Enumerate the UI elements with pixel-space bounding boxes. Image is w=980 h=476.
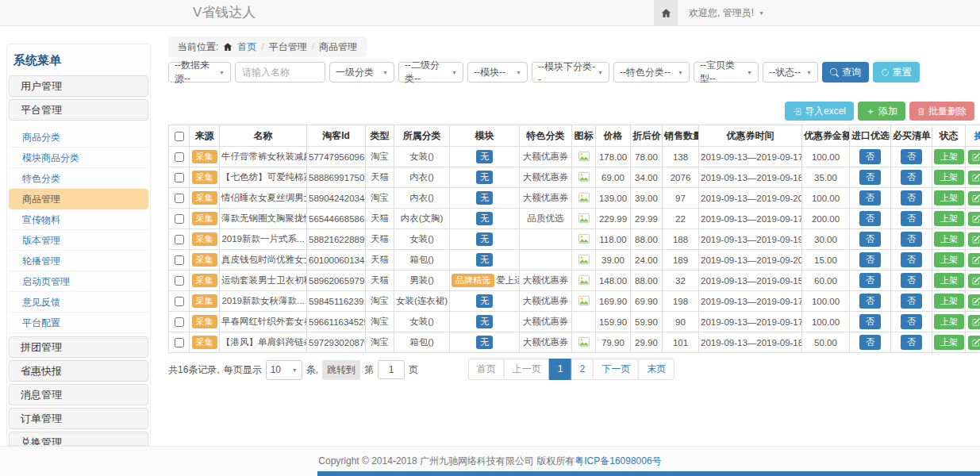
page-size-select[interactable]: 10 ▼: [266, 360, 302, 380]
row-checkbox[interactable]: [175, 173, 184, 182]
type-cell: 淘宝: [366, 291, 394, 312]
sidebar-subitem[interactable]: 宣传物料: [9, 209, 148, 230]
sidebar-item[interactable]: 省惠快报: [9, 360, 148, 382]
select-all-checkbox[interactable]: [175, 132, 184, 141]
status-toggle[interactable]: 上架: [934, 170, 964, 185]
must-buy-toggle[interactable]: 否: [901, 294, 922, 309]
search-button[interactable]: 查询: [822, 62, 869, 83]
batch-delete-button[interactable]: 批量删除: [909, 102, 974, 121]
row-checkbox[interactable]: [175, 214, 184, 224]
sales-cell: 188: [663, 229, 699, 250]
sidebar-subitem[interactable]: 版本管理: [9, 230, 148, 251]
add-button[interactable]: ＋ 添加: [858, 102, 905, 121]
user-menu[interactable]: 欢迎您, 管理员! ▼: [678, 0, 775, 25]
name-search-input[interactable]: [235, 62, 325, 83]
edit-button[interactable]: [968, 171, 980, 185]
filter-select-source[interactable]: --数据来源-- ▼: [168, 62, 231, 83]
sidebar-item[interactable]: 拼团管理: [9, 336, 148, 358]
edit-button[interactable]: [968, 274, 980, 288]
import-optional-toggle[interactable]: 否: [859, 273, 881, 288]
row-checkbox[interactable]: [175, 317, 184, 327]
import-optional-toggle[interactable]: 否: [859, 335, 881, 350]
sidebar-item[interactable]: 平台管理: [9, 99, 148, 121]
sidebar-subitem[interactable]: 启动页管理: [9, 271, 148, 292]
filter-select[interactable]: --模块下分类--▼: [532, 62, 609, 83]
must-buy-toggle[interactable]: 否: [901, 252, 922, 267]
filter-select[interactable]: --模块--▼: [467, 62, 528, 83]
must-buy-toggle[interactable]: 否: [901, 211, 922, 226]
status-toggle[interactable]: 上架: [934, 211, 964, 226]
sidebar-subitem[interactable]: 平台配置: [9, 313, 148, 333]
edit-button[interactable]: [968, 191, 980, 205]
sidebar-subitem[interactable]: 意见反馈: [9, 292, 148, 313]
import-optional-toggle[interactable]: 否: [859, 170, 881, 185]
row-checkbox[interactable]: [175, 276, 184, 286]
sidebar-subitem[interactable]: 轮播管理: [9, 251, 148, 271]
must-buy-toggle[interactable]: 否: [901, 273, 922, 288]
horizontal-scrollbar-thumb[interactable]: [317, 471, 980, 476]
status-toggle[interactable]: 上架: [934, 149, 964, 164]
row-checkbox[interactable]: [175, 152, 184, 162]
jump-page-input[interactable]: [378, 360, 405, 379]
sidebar-item[interactable]: 兑换管理: [9, 432, 148, 446]
page-button[interactable]: 首页: [468, 359, 505, 380]
edit-button[interactable]: [968, 253, 980, 267]
reset-button[interactable]: 重置: [873, 62, 920, 83]
filter-select[interactable]: --状态--▼: [763, 62, 818, 83]
filter-select[interactable]: 一级分类▼: [329, 62, 394, 83]
status-toggle[interactable]: 上架: [934, 314, 964, 329]
edit-button[interactable]: [968, 315, 980, 329]
edit-button[interactable]: [968, 212, 980, 226]
must-buy-toggle[interactable]: 否: [901, 149, 922, 164]
sidebar-item[interactable]: 用户管理: [9, 75, 148, 97]
import-optional-toggle[interactable]: 否: [859, 314, 881, 329]
icp-link[interactable]: 粤ICP备16098006号: [575, 455, 661, 468]
page-button[interactable]: 末页: [638, 359, 674, 380]
sidebar-subitem[interactable]: 特色分类: [9, 168, 148, 189]
row-checkbox[interactable]: [175, 338, 184, 347]
filter-select[interactable]: --二级分类--▼: [398, 62, 463, 83]
row-checkbox[interactable]: [175, 235, 184, 244]
page-button[interactable]: 下一页: [593, 359, 639, 380]
status-toggle[interactable]: 上架: [934, 232, 964, 247]
status-toggle[interactable]: 上架: [934, 335, 964, 350]
page-button[interactable]: 2: [571, 359, 594, 380]
page-button[interactable]: 上一页: [504, 359, 550, 380]
status-toggle[interactable]: 上架: [934, 273, 964, 288]
edit-button[interactable]: [968, 294, 980, 309]
sidebar-subitem[interactable]: 模块商品分类: [9, 148, 148, 168]
sidebar-subitem[interactable]: 商品管理: [9, 189, 148, 209]
must-buy-toggle[interactable]: 否: [901, 314, 922, 329]
import-optional-toggle[interactable]: 否: [859, 232, 881, 247]
status-toggle[interactable]: 上架: [934, 294, 964, 309]
row-checkbox[interactable]: [175, 255, 184, 265]
sidebar-subitem[interactable]: 商品分类: [9, 127, 148, 148]
import-optional-toggle[interactable]: 否: [859, 294, 881, 309]
jump-to-button[interactable]: 跳转到: [322, 360, 360, 380]
edit-button[interactable]: [968, 150, 980, 164]
must-buy-toggle[interactable]: 否: [901, 170, 922, 185]
import-optional-toggle[interactable]: 否: [859, 211, 881, 226]
must-buy-toggle[interactable]: 否: [901, 190, 922, 205]
breadcrumb-home-link[interactable]: 首页: [237, 40, 256, 54]
must-buy-toggle[interactable]: 否: [901, 232, 922, 247]
sidebar-item[interactable]: 消息管理: [9, 384, 148, 405]
import-optional-toggle[interactable]: 否: [859, 190, 881, 205]
sidebar-item[interactable]: 订单管理: [9, 408, 148, 429]
edit-button[interactable]: [968, 336, 980, 350]
column-header: 优惠券时间: [699, 125, 802, 147]
sales-cell: 32: [663, 271, 699, 291]
edit-button[interactable]: [968, 232, 980, 247]
status-toggle[interactable]: 上架: [934, 252, 964, 267]
row-checkbox[interactable]: [175, 297, 184, 306]
import-excel-button[interactable]: 导入excel: [785, 102, 854, 121]
import-optional-toggle[interactable]: 否: [859, 252, 881, 267]
must-buy-toggle[interactable]: 否: [901, 335, 922, 350]
home-button[interactable]: [654, 0, 678, 25]
page-button[interactable]: 1: [549, 359, 572, 380]
status-toggle[interactable]: 上架: [934, 190, 964, 205]
filter-select[interactable]: --宝贝类型--▼: [694, 62, 759, 83]
row-checkbox[interactable]: [175, 194, 184, 203]
filter-select[interactable]: --特色分类--▼: [613, 62, 690, 83]
import-optional-toggle[interactable]: 否: [859, 149, 881, 164]
